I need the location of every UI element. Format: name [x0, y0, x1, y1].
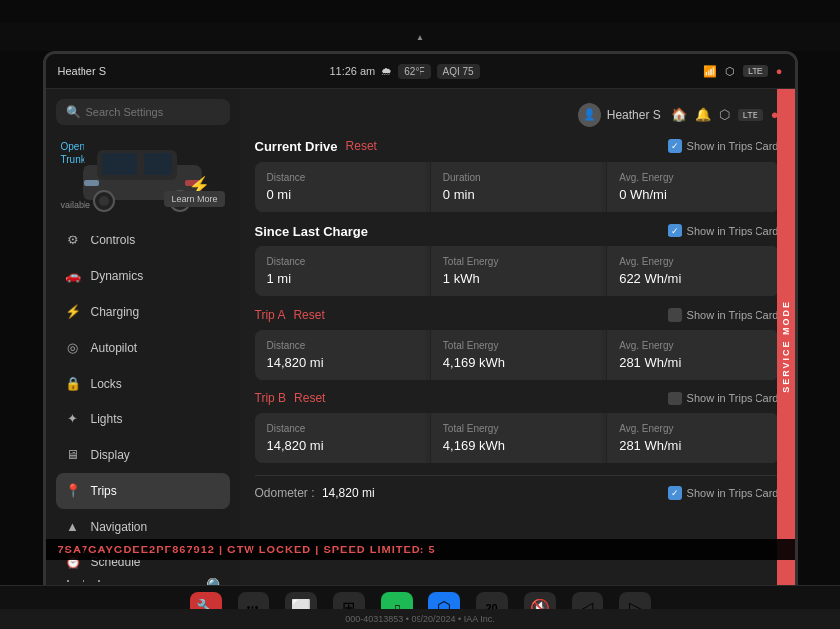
current-drive-section: Current Drive Reset ✓ Show in Trips Card… [255, 139, 779, 212]
nav-item-lights[interactable]: ✦ Lights [56, 401, 230, 437]
learn-more-button[interactable]: Learn More [164, 191, 224, 207]
bt-header-icon[interactable]: ⬡ [719, 107, 730, 122]
autopilot-icon: ◎ [64, 339, 82, 357]
nav-label-controls: Controls [91, 234, 136, 247]
since-last-charge-header: Since Last Charge ✓ Show in Trips Card [255, 224, 779, 238]
screen-bezel: Heather S 11:26 am 🌧 62°F AQI 75 📶 ⬡ LTE… [43, 51, 798, 607]
trip-b-stat-0: Distance 14,820 mi [255, 413, 426, 463]
trip-a-checkbox[interactable] [668, 308, 682, 322]
header-icons: 🏠 🔔 ⬡ LTE ● [671, 107, 779, 122]
user-header: 👤 Heather S 🏠 🔔 ⬡ LTE ● [255, 103, 779, 127]
iaa-footer: 000-40313853 • 09/20/2024 • IAA Inc. [0, 609, 840, 629]
since-last-charge-stats: Distance 1 mi Total Energy 1 kWh Avg. En… [255, 246, 779, 296]
vin-text: 7SA7GAYGDEE2PF867912 | GTW LOCKED | SPEE… [58, 544, 436, 555]
nav-item-autopilot[interactable]: ◎ Autopilot [56, 330, 230, 366]
aqi-display: AQI 75 [437, 64, 480, 79]
left-panel: 🔍 Open Trunk [46, 89, 240, 604]
nav-item-charging[interactable]: ⚡ Charging [56, 294, 230, 330]
signal-dot: ● [776, 65, 783, 77]
svg-rect-3 [144, 153, 172, 175]
service-mode-text: SERVICE MODE [781, 300, 791, 393]
odometer-show-trips[interactable]: ✓ Show in Trips Card [668, 486, 779, 500]
current-drive-value-1: 0 min [443, 187, 590, 202]
home-icon[interactable]: 🏠 [671, 107, 687, 122]
slc-value-1: 1 kWh [443, 271, 590, 286]
slc-label-1: Total Energy [443, 256, 590, 267]
nav-label-display: Display [91, 448, 130, 462]
slc-stat-1: Total Energy 1 kWh [430, 246, 602, 296]
trip-a-value-2: 281 Wh/mi [619, 355, 766, 370]
nav-item-display[interactable]: 🖥 Display [56, 437, 230, 473]
trip-a-stats: Distance 14,820 mi Total Energy 4,169 kW… [255, 330, 779, 380]
nav-item-locks[interactable]: 🔒 Locks [56, 366, 230, 401]
wifi-icon: 📶 [703, 65, 717, 78]
nav-item-dynamics[interactable]: 🚗 Dynamics [56, 258, 230, 294]
car-image-area: Open Trunk ⚡ [56, 135, 230, 215]
top-outer-bar: ▲ [0, 23, 840, 51]
trip-a-stat-2: Avg. Energy 281 Wh/mi [606, 330, 778, 380]
nav-item-controls[interactable]: ⚙ Controls [56, 223, 230, 258]
since-last-charge-section: Since Last Charge ✓ Show in Trips Card D… [255, 224, 779, 296]
trip-b-checkbox[interactable] [668, 392, 682, 405]
trip-b-stat-1: Total Energy 4,169 kWh [430, 413, 602, 463]
nav-item-trips[interactable]: 📍 Trips [56, 473, 230, 509]
trip-a-label-1: Total Energy [443, 340, 590, 351]
trip-b-title: Trip B [255, 392, 287, 405]
trip-a-stat-0: Distance 14,820 mi [255, 330, 426, 380]
right-panel: 👤 Heather S 🏠 🔔 ⬡ LTE ● Cu [240, 89, 795, 604]
bt-icon: ⬡ [725, 65, 735, 78]
top-bar-center: 11:26 am 🌧 62°F AQI 75 [329, 64, 479, 79]
trip-a-header: Trip A Reset Show in Trips Card [255, 308, 779, 322]
trip-a-label-0: Distance [267, 340, 415, 351]
trip-b-show-trips[interactable]: Show in Trips Card [668, 392, 779, 405]
nav-label-autopilot: Autopilot [91, 341, 138, 355]
search-bar[interactable]: 🔍 [56, 99, 230, 125]
trip-a-meta: Trip A Reset [255, 308, 325, 322]
controls-icon: ⚙ [64, 232, 82, 249]
search-icon: 🔍 [66, 105, 81, 119]
trip-b-reset[interactable]: Reset [294, 392, 325, 405]
trip-b-stats: Distance 14,820 mi Total Energy 4,169 kW… [255, 413, 779, 463]
since-last-charge-show-trips[interactable]: ✓ Show in Trips Card [668, 224, 779, 237]
navigation-icon: ▲ [64, 518, 82, 536]
odometer-checkbox[interactable]: ✓ [668, 486, 682, 500]
lights-icon: ✦ [64, 410, 82, 428]
trip-b-label-0: Distance [267, 423, 415, 434]
current-drive-reset[interactable]: Reset [346, 139, 377, 153]
slc-stat-2: Avg. Energy 622 Wh/mi [606, 246, 778, 296]
temp-display: 62°F [398, 64, 430, 79]
footer-text: 000-40313853 • 09/20/2024 • IAA Inc. [345, 614, 494, 624]
current-drive-label-1: Duration [443, 172, 590, 183]
vin-bar: 7SA7GAYGDEE2PF867912 | GTW LOCKED | SPEE… [46, 539, 795, 560]
search-input[interactable] [86, 106, 220, 118]
trip-a-show-label: Show in Trips Card [687, 309, 779, 321]
current-drive-show-label: Show in Trips Card [687, 140, 779, 152]
trip-b-meta: Trip B Reset [255, 392, 326, 405]
open-trunk-label[interactable]: Open Trunk [61, 140, 85, 166]
current-drive-title: Current Drive [255, 139, 338, 154]
user-avatar: 👤 [578, 103, 601, 127]
lte-badge: LTE [743, 65, 768, 77]
odometer-bar: Odometer : 14,820 mi ✓ Show in Trips Car… [255, 475, 779, 504]
current-drive-label-0: Distance [267, 172, 415, 183]
locks-icon: 🔒 [64, 375, 82, 393]
trip-a-reset[interactable]: Reset [293, 308, 324, 322]
current-drive-checkbox[interactable]: ✓ [668, 139, 682, 153]
trip-b-label-1: Total Energy [443, 423, 590, 434]
slc-stat-0: Distance 1 mi [255, 246, 426, 296]
since-last-charge-checkbox[interactable]: ✓ [668, 224, 682, 237]
nav-label-trips: Trips [91, 484, 117, 498]
nav-label-locks: Locks [91, 377, 122, 391]
trip-b-show-label: Show in Trips Card [687, 393, 779, 404]
current-drive-show-trips[interactable]: ✓ Show in Trips Card [668, 139, 779, 153]
trip-a-show-trips[interactable]: Show in Trips Card [668, 308, 779, 322]
trip-a-value-1: 4,169 kWh [443, 355, 590, 370]
bell-icon[interactable]: 🔔 [695, 107, 711, 122]
trip-b-value-0: 14,820 mi [267, 438, 415, 453]
service-mode-bar: SERVICE MODE [777, 89, 795, 604]
trip-a-title: Trip A [255, 308, 286, 322]
nav-label-navigation: Navigation [91, 520, 148, 534]
since-last-charge-title: Since Last Charge [255, 224, 368, 238]
since-last-charge-show-label: Show in Trips Card [687, 225, 779, 236]
available-label: vailable [61, 200, 91, 210]
